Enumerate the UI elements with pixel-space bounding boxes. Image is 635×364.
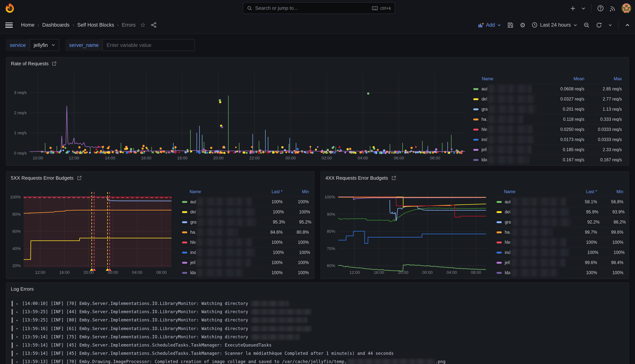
legend-row[interactable]: gra 92.2% 86.2% xyxy=(494,217,626,227)
legend-row[interactable]: lda 0.167 req/s 0.167 req/s xyxy=(470,154,626,165)
legend-row[interactable]: ha. 84.6% 80.8% xyxy=(180,227,312,237)
err5xx-chart-zone[interactable]: 20%40%60%80%100%12:0016:0020:0000:0004:0… xyxy=(10,185,180,278)
log-row[interactable]: ▸ [13:59:25] [INF] [44] Emby.Server.Impl… xyxy=(11,308,624,316)
rate-chart-zone[interactable]: 0 req/s1 req/s2 req/s3 req/s10:0012:0014… xyxy=(10,71,470,164)
series-name: ha. xyxy=(505,229,568,235)
search-input[interactable]: Search or jump to... ctrl+k xyxy=(243,2,395,14)
log-expand-icon[interactable]: ▸ xyxy=(16,343,19,347)
log-row[interactable]: ▸ [13:59:14] [INF] [75] Emby.Server.Impl… xyxy=(11,333,624,341)
legend-row[interactable]: hle 0.0250 req/s 0.0333 req/s xyxy=(470,124,626,134)
save-dashboard-icon[interactable] xyxy=(507,22,513,28)
svg-text:04:00: 04:00 xyxy=(358,156,368,160)
legend-row[interactable]: ind 0.0173 req/s 0.0333 req/s xyxy=(470,134,626,144)
plus-chevron-down-icon[interactable] xyxy=(581,6,585,10)
legend-row[interactable]: jell 99.6% 98.4% xyxy=(494,257,626,268)
help-icon[interactable] xyxy=(597,5,604,12)
err4xx-chart-svg[interactable]: 60%70%80%90%100%12:0016:0020:0000:0004:0… xyxy=(324,185,494,278)
legend-row[interactable]: del 100% 100% xyxy=(180,207,312,217)
legend-row[interactable]: hle 100% 100% xyxy=(494,237,626,247)
external-link-icon[interactable] xyxy=(77,176,82,180)
time-range-picker[interactable]: Last 24 hours xyxy=(532,22,577,28)
add-plus-icon[interactable] xyxy=(570,6,576,11)
log-expand-icon[interactable]: ▸ xyxy=(16,310,19,314)
series-value-2: 0.167 req/s xyxy=(584,158,626,162)
settings-gear-icon[interactable]: ⚙ xyxy=(520,21,526,29)
legend-row[interactable]: ha. 99.7% 99.6% xyxy=(494,227,626,237)
legend-row[interactable]: lda 100% 100% xyxy=(180,268,312,278)
legend-row[interactable]: ind 100% 100% xyxy=(180,247,312,257)
legend-row[interactable]: ha. 0.118 req/s 0.333 req/s xyxy=(470,114,626,124)
grafana-logo-icon[interactable] xyxy=(4,3,16,14)
log-expand-icon[interactable]: ▸ xyxy=(16,360,19,364)
legend-row[interactable]: gra 95.3% 95.2% xyxy=(180,217,312,227)
legend-row[interactable]: aut 0.0608 req/s 2.85 req/s xyxy=(470,84,626,94)
external-link-icon[interactable] xyxy=(52,61,57,66)
add-button-label: Add xyxy=(486,22,495,28)
time-range-label: Last 24 hours xyxy=(540,22,571,28)
redacted-name xyxy=(511,218,571,226)
series-value-1: 0.167 req/s xyxy=(548,158,584,162)
legend-row[interactable]: jell 100% 100% xyxy=(180,257,312,268)
variable-server-name-input[interactable]: Enter variable value xyxy=(103,39,195,51)
log-expand-icon[interactable]: ▸ xyxy=(16,301,19,306)
legend-row[interactable]: gra 0.201 req/s 1.13 req/s xyxy=(470,104,626,114)
series-value-1: 100% xyxy=(254,200,283,204)
svg-text:16:00: 16:00 xyxy=(141,156,151,160)
log-text: [14:00:10] [INF] [70] Emby.Server.Implem… xyxy=(22,301,289,306)
series-swatch xyxy=(182,252,187,253)
log-expand-icon[interactable]: ▸ xyxy=(16,318,19,322)
menu-hamburger-icon[interactable] xyxy=(5,22,13,28)
breadcrumb-self-host-blocks[interactable]: Self Host Blocks xyxy=(77,22,114,28)
svg-text:06:00: 06:00 xyxy=(394,156,404,160)
zoom-out-icon[interactable] xyxy=(583,22,589,28)
log-expand-icon[interactable]: ▸ xyxy=(16,335,19,339)
refresh-chevron-down-icon[interactable] xyxy=(608,23,612,27)
favorite-star-icon[interactable]: ☆ xyxy=(140,22,146,28)
svg-text:100%: 100% xyxy=(10,195,21,199)
log-row[interactable]: ▸ [13:59:14] [INF] [45] Emby.Server.Impl… xyxy=(11,349,624,358)
legend-row[interactable]: hle 100% 100% xyxy=(180,237,312,247)
share-icon[interactable] xyxy=(151,22,156,28)
series-swatch xyxy=(473,98,478,100)
series-value-1: 100% xyxy=(570,250,598,255)
log-row[interactable]: ▸ [13:59:13] [INF] [70] Emby.Drawing.Ima… xyxy=(11,358,624,364)
log-row[interactable]: ▸ [13:59:16] [INF] [61] Emby.Server.Impl… xyxy=(11,324,624,332)
series-value-2: 99.6% xyxy=(597,230,626,234)
legend-row[interactable]: aut 100% 100% xyxy=(180,196,312,207)
series-swatch xyxy=(182,221,187,223)
series-value-1: 100% xyxy=(568,270,597,275)
legend-header: Name Mean Max xyxy=(470,74,626,84)
log-row[interactable]: ▸ [13:59:14] [INF] [45] Emby.Server.Impl… xyxy=(11,341,624,349)
breadcrumb-dashboards[interactable]: Dashboards xyxy=(42,22,70,28)
svg-text:00:00: 00:00 xyxy=(285,156,296,160)
legend-row[interactable]: del 95.9% 93.9% xyxy=(494,207,626,217)
legend-row[interactable]: jell 0.185 req/s 2.33 req/s xyxy=(470,144,626,154)
keyboard-icon xyxy=(372,6,378,10)
series-swatch xyxy=(473,149,478,150)
log-expand-icon[interactable]: ▸ xyxy=(16,351,19,355)
collapse-chevron-up-icon[interactable] xyxy=(625,23,630,27)
err5xx-chart-svg[interactable]: 20%40%60%80%100%12:0016:0020:0000:0004:0… xyxy=(10,185,180,278)
rate-chart-svg[interactable]: 0 req/s1 req/s2 req/s3 req/s10:0012:0014… xyxy=(10,71,470,164)
legend-row[interactable]: ind 100% 100% xyxy=(494,247,626,257)
log-row[interactable]: ▸ [14:00:10] [INF] [70] Emby.Server.Impl… xyxy=(11,299,624,308)
refresh-icon[interactable] xyxy=(596,22,602,28)
log-row[interactable]: ▸ [13:59:25] [INF] [80] Emby.Server.Impl… xyxy=(11,316,624,324)
err4xx-chart-zone[interactable]: 60%70%80%90%100%12:0016:0020:0000:0004:0… xyxy=(324,185,494,278)
news-rss-icon[interactable] xyxy=(609,5,616,12)
series-swatch xyxy=(496,201,502,203)
legend-row[interactable]: aut 58.1% 56.8% xyxy=(494,196,626,207)
add-button[interactable]: Add xyxy=(478,22,501,28)
redacted-name xyxy=(196,238,252,246)
series-value-2: 100% xyxy=(284,210,313,214)
legend-row[interactable]: del 0.0327 req/s 2.77 req/s xyxy=(470,94,626,104)
series-value-1: 100% xyxy=(568,240,597,244)
log-expand-icon[interactable]: ▸ xyxy=(16,326,19,330)
series-name: del xyxy=(505,209,570,215)
external-link-icon[interactable] xyxy=(391,176,396,180)
variable-service-select[interactable]: jellyfin xyxy=(30,39,60,51)
legend-row[interactable]: lda 100% 100% xyxy=(494,268,626,278)
user-avatar[interactable] xyxy=(621,4,631,13)
breadcrumb-home[interactable]: Home xyxy=(21,22,35,28)
panel-4xx-error-budgets: 4XX Requests Error Budgets 60%70%80%90%1… xyxy=(321,172,629,279)
